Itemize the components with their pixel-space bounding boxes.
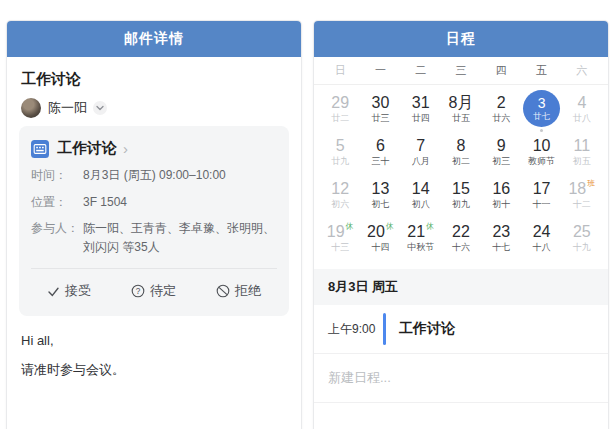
time-value: 8月3日 (周五) 09:00–10:00 (83, 166, 226, 185)
day-number: 24 (533, 224, 551, 240)
calendar-day-6[interactable]: 6三十 (360, 133, 400, 176)
event-dot (540, 129, 543, 132)
calendar-icon (31, 140, 49, 158)
day-number: 8月 (449, 95, 474, 111)
weekday-label: 二 (401, 63, 441, 78)
meeting-location-row: 位置： 3F 1504 (31, 193, 277, 212)
weekday-label: 三 (441, 63, 481, 78)
day-lunar-label: 廿三 (371, 114, 389, 123)
mail-detail-panel: 邮件详情 工作讨论 陈一阳 工作讨论 (6, 20, 302, 429)
calendar-day-3[interactable]: 3廿七 (521, 90, 561, 133)
calendar-grid: 29廿二30廿三31廿四8月廿五2廿六3廿七4廿八5廿九6三十7八月8初二9初三… (314, 85, 608, 262)
calendar-day-29[interactable]: 29廿二 (320, 90, 360, 133)
calendar-day-31[interactable]: 31廿四 (401, 90, 441, 133)
mail-body-line: 请准时参与会议。 (21, 361, 287, 379)
day-lunar-label: 十一 (533, 200, 551, 209)
calendar-day-14[interactable]: 14初八 (401, 176, 441, 219)
rest-day-badge: 休 (346, 223, 354, 231)
calendar-day-19[interactable]: 19休十三 (320, 219, 360, 262)
check-icon (47, 285, 60, 298)
day-lunar-label: 廿九 (331, 157, 349, 166)
day-lunar-label: 初八 (412, 200, 430, 209)
day-lunar-label: 中秋节 (407, 243, 434, 252)
question-circle-icon: ? (131, 284, 145, 298)
day-lunar-label: 初五 (573, 157, 591, 166)
calendar-day-2[interactable]: 2廿六 (481, 90, 521, 133)
mail-panel-title: 邮件详情 (7, 21, 301, 57)
calendar-day-13[interactable]: 13初七 (360, 176, 400, 219)
calendar-day-18[interactable]: 18班十二 (562, 176, 602, 219)
calendar-day-8[interactable]: 8初二 (441, 133, 481, 176)
day-number: 3 (538, 96, 546, 110)
calendar-day-12[interactable]: 12初六 (320, 176, 360, 219)
day-number: 11 (574, 138, 591, 154)
day-number: 25 (573, 224, 591, 240)
day-number: 14 (412, 181, 430, 197)
weekday-label: 五 (521, 63, 561, 78)
work-day-badge: 班 (587, 180, 595, 188)
chevron-down-icon (96, 105, 104, 111)
day-lunar-label: 十三 (331, 243, 349, 252)
calendar-day-25[interactable]: 25十九 (562, 219, 602, 262)
calendar-day-24[interactable]: 24十八 (521, 219, 561, 262)
day-lunar-label: 廿五 (452, 114, 470, 123)
calendar-day-20[interactable]: 20休十四 (360, 219, 400, 262)
calendar-day-10[interactable]: 10教师节 (521, 133, 561, 176)
forbidden-icon (216, 284, 230, 298)
meeting-time-row: 时间： 8月3日 (周五) 09:00–10:00 (31, 166, 277, 185)
day-lunar-label: 十八 (533, 243, 551, 252)
tentative-button[interactable]: ? 待定 (131, 282, 176, 300)
day-number: 31 (412, 95, 430, 111)
calendar-day-30[interactable]: 30廿三 (360, 90, 400, 133)
day-number: 17 (533, 181, 551, 197)
sender-name: 陈一阳 (48, 99, 87, 117)
accept-label: 接受 (65, 282, 91, 300)
calendar-day-11[interactable]: 11初五 (562, 133, 602, 176)
day-number: 29 (331, 95, 349, 111)
calendar-day-5[interactable]: 5廿九 (320, 133, 360, 176)
meeting-title: 工作讨论 (57, 139, 117, 158)
rest-day-badge: 休 (386, 223, 394, 231)
svg-text:?: ? (136, 287, 141, 296)
calendar-day-4[interactable]: 4廿八 (562, 90, 602, 133)
time-label: 时间： (31, 166, 83, 185)
accept-button[interactable]: 接受 (47, 282, 91, 300)
calendar-day-8月[interactable]: 8月廿五 (441, 90, 481, 133)
decline-button[interactable]: 拒绝 (216, 282, 261, 300)
weekday-label: 四 (481, 63, 521, 78)
calendar-day-15[interactable]: 15初九 (441, 176, 481, 219)
selected-date-bar: 8月3日 周五 (314, 269, 608, 305)
day-lunar-label: 廿二 (331, 114, 349, 123)
calendar-day-23[interactable]: 23十七 (481, 219, 521, 262)
schedule-event-row[interactable]: 上午9:00 工作讨论 (314, 305, 608, 354)
sender-row[interactable]: 陈一阳 (21, 98, 287, 118)
day-number: 16 (492, 181, 510, 197)
day-number: 7 (416, 138, 425, 154)
weekday-row: 日一二三四五六 (314, 57, 608, 85)
day-number: 30 (372, 95, 390, 111)
day-lunar-label: 初七 (371, 200, 389, 209)
calendar-day-9[interactable]: 9初三 (481, 133, 521, 176)
day-number: 10 (533, 138, 551, 154)
calendar-day-17[interactable]: 17十一 (521, 176, 561, 219)
calendar-day-7[interactable]: 7八月 (401, 133, 441, 176)
meeting-card-link[interactable]: 工作讨论 › (31, 139, 277, 158)
day-lunar-label: 廿七 (533, 112, 550, 121)
sender-expand-button[interactable] (93, 101, 107, 115)
calendar-day-16[interactable]: 16初十 (481, 176, 521, 219)
day-lunar-label: 教师节 (528, 157, 555, 166)
day-lunar-label: 八月 (412, 157, 430, 166)
decline-label: 拒绝 (235, 282, 261, 300)
day-number: 23 (492, 224, 510, 240)
schedule-panel-title: 日程 (314, 21, 608, 57)
app-window: 邮件详情 工作讨论 陈一阳 工作讨论 (0, 0, 610, 429)
calendar-day-22[interactable]: 22十六 (441, 219, 481, 262)
mail-subject: 工作讨论 (21, 70, 287, 89)
new-event-input[interactable]: 新建日程... (314, 354, 608, 403)
calendar-day-21[interactable]: 21休中秋节 (401, 219, 441, 262)
day-number: 6 (376, 138, 385, 154)
day-number: 2 (497, 95, 506, 111)
tentative-label: 待定 (150, 282, 176, 300)
meeting-participants-row: 参与人： 陈一阳、王青青、李卓豫、张明明、刘闪闪 等35人 (31, 219, 277, 256)
rest-day-badge: 休 (426, 223, 434, 231)
